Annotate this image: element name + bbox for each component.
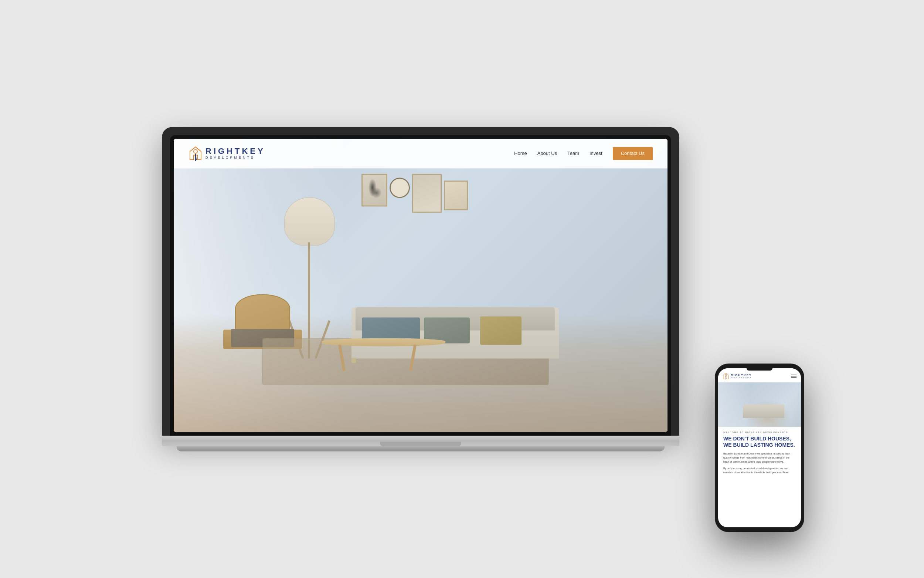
floor-lamp [302, 198, 317, 359]
nav-team[interactable]: Team [567, 151, 579, 156]
logo-text: RIGHTKEY DEVELOPMENTS [206, 147, 265, 159]
phone-headline-orange: WE DON'T BUILD HOUSES, [723, 436, 791, 442]
hamburger-line-2 [791, 376, 796, 377]
phone-logo-text: RIGHTKEY DEVELOPMENTS [731, 373, 752, 379]
wall-art-group [361, 174, 468, 213]
phone-logo-sub: DEVELOPMENTS [731, 377, 752, 379]
phone-welcome-label: WELCOME TO RIGHT KEY DEVELOPMENTS [723, 431, 796, 434]
nav-invest[interactable]: Invest [589, 151, 602, 156]
phone-headline: WE DON'T BUILD HOUSES, WE BUILD LASTING … [723, 436, 796, 448]
logo-main-text: RIGHTKEY [206, 147, 265, 155]
contact-us-button[interactable]: Contact Us [613, 147, 653, 160]
phone-logo: RIGHTKEY DEVELOPMENTS [723, 372, 752, 380]
phone-body-text-2: By only focusing on modest sized develop… [723, 466, 796, 474]
laptop-bezel: RIGHTKEY DEVELOPMENTS Home About Us Team… [170, 135, 671, 436]
hamburger-line-3 [791, 377, 796, 378]
scene: RIGHTKEY DEVELOPMENTS Home About Us Team… [0, 0, 924, 578]
laptop-base [162, 436, 679, 446]
table-leg-2 [409, 344, 416, 371]
phone-screen: RIGHTKEY DEVELOPMENTS [718, 369, 801, 527]
phone-hero-image [718, 382, 801, 427]
phone-logo-icon [723, 372, 729, 380]
phone-frame: RIGHTKEY DEVELOPMENTS [715, 364, 804, 532]
hamburger-menu[interactable] [791, 375, 796, 378]
laptop-device: RIGHTKEY DEVELOPMENTS Home About Us Team… [162, 127, 679, 451]
hamburger-line-1 [791, 375, 796, 375]
laptop-frame: RIGHTKEY DEVELOPMENTS Home About Us Team… [162, 127, 679, 436]
phone-content: WELCOME TO RIGHT KEY DEVELOPMENTS WE DON… [718, 427, 801, 479]
phone-headline-blue: WE BUILD LASTING HOMES. [723, 442, 795, 448]
art-frame-4 [444, 180, 468, 210]
phone-notch [747, 369, 772, 370]
sofa-cushion-gold [480, 316, 521, 345]
art-frame-1 [361, 174, 387, 206]
art-frame-circular [390, 177, 410, 198]
svg-point-3 [194, 149, 197, 153]
coffee-table [322, 338, 445, 379]
hero-background [174, 139, 667, 432]
lamp-shade [284, 198, 335, 246]
nav-links: Home About Us Team Invest Contact Us [514, 147, 653, 160]
nav-about[interactable]: About Us [537, 151, 557, 156]
phone-logo-main: RIGHTKEY [731, 373, 752, 377]
logo-icon [188, 145, 202, 162]
table-leg-1 [338, 344, 346, 371]
site-nav: RIGHTKEY DEVELOPMENTS Home About Us Team… [174, 139, 667, 168]
logo: RIGHTKEY DEVELOPMENTS [188, 145, 265, 162]
phone-body-text-1: Based in London and Devon we specialise … [723, 451, 796, 464]
laptop-foot [177, 446, 665, 451]
laptop-screen: RIGHTKEY DEVELOPMENTS Home About Us Team… [174, 139, 667, 432]
svg-point-7 [725, 374, 727, 376]
nav-home[interactable]: Home [514, 151, 527, 156]
logo-sub-text: DEVELOPMENTS [206, 156, 265, 159]
art-frame-3 [412, 174, 442, 213]
phone-sofa [743, 404, 784, 418]
phone-device: RIGHTKEY DEVELOPMENTS [715, 364, 804, 532]
